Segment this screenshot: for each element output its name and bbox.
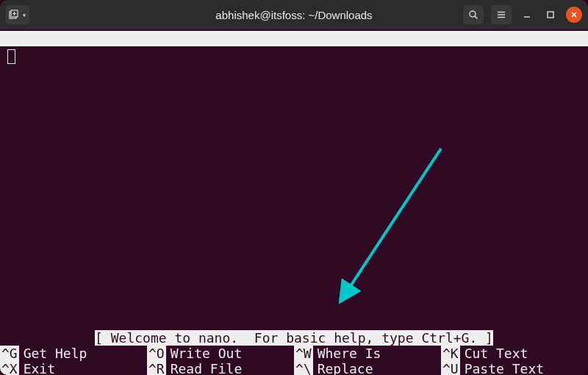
close-icon xyxy=(570,11,578,18)
svg-rect-10 xyxy=(548,12,553,18)
minimize-button[interactable] xyxy=(519,7,535,23)
nano-help-bar: ^GGet Help ^OWrite Out ^WWhere Is ^KCut … xyxy=(0,346,588,375)
search-button[interactable] xyxy=(463,5,484,24)
maximize-icon xyxy=(546,10,555,19)
hamburger-icon xyxy=(496,10,506,20)
shortcut-cut-text: ^KCut Text xyxy=(441,346,588,361)
new-tab-button[interactable]: ▾ xyxy=(6,5,29,24)
svg-point-4 xyxy=(470,11,476,17)
editor-area[interactable] xyxy=(0,49,588,330)
shortcut-get-help: ^GGet Help xyxy=(0,346,147,361)
window-title: abhishek@itsfoss: ~/Downloads xyxy=(215,9,372,21)
status-message: [ Welcome to nano. For basic help, type … xyxy=(95,330,493,346)
shortcut-where-is: ^WWhere Is xyxy=(294,346,441,361)
terminal-area[interactable]: GNU nano 4.8 New Buffer [ Welcome to nan… xyxy=(0,31,588,375)
search-icon xyxy=(468,10,478,20)
new-tab-icon xyxy=(9,10,19,20)
nano-status-line: [ Welcome to nano. For basic help, type … xyxy=(0,330,588,346)
shortcut-replace: ^\Replace xyxy=(294,361,441,375)
chevron-down-icon: ▾ xyxy=(22,11,26,19)
svg-line-5 xyxy=(475,16,478,19)
nano-titlebar: GNU nano 4.8 New Buffer xyxy=(0,31,588,46)
close-button[interactable] xyxy=(566,7,582,23)
shortcut-paste-text: ^UPaste Text xyxy=(441,361,588,375)
shortcut-exit: ^XExit xyxy=(0,361,147,375)
window-titlebar: ▾ abhishek@itsfoss: ~/Downloads xyxy=(0,0,588,29)
maximize-button[interactable] xyxy=(542,7,559,23)
minimize-icon xyxy=(523,10,531,19)
hamburger-menu-button[interactable] xyxy=(491,5,512,24)
shortcut-read-file: ^RRead File xyxy=(147,361,294,375)
shortcut-write-out: ^OWrite Out xyxy=(147,346,294,361)
